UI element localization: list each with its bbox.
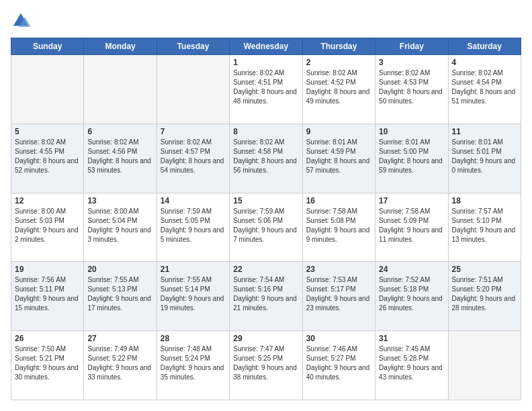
calendar-cell: 18Sunrise: 7:57 AMSunset: 5:10 PMDayligh…	[448, 193, 521, 262]
cell-details: Sunrise: 7:55 AMSunset: 5:14 PMDaylight:…	[161, 275, 226, 313]
day-number: 8	[233, 127, 298, 136]
day-number: 26	[15, 334, 80, 343]
calendar-cell: 16Sunrise: 7:58 AMSunset: 5:08 PMDayligh…	[302, 193, 375, 262]
weekday-header-row: SundayMondayTuesdayWednesdayThursdayFrid…	[11, 38, 521, 55]
day-number: 14	[161, 196, 226, 205]
day-number: 1	[233, 58, 298, 67]
calendar-cell: 21Sunrise: 7:55 AMSunset: 5:14 PMDayligh…	[157, 262, 229, 331]
day-number: 2	[306, 58, 371, 67]
cell-details: Sunrise: 7:50 AMSunset: 5:21 PMDaylight:…	[15, 345, 80, 382]
day-number: 23	[306, 265, 371, 274]
cell-details: Sunrise: 7:59 AMSunset: 5:05 PMDaylight:…	[161, 207, 226, 244]
calendar-cell: 14Sunrise: 7:59 AMSunset: 5:05 PMDayligh…	[157, 193, 229, 262]
calendar-cell: 17Sunrise: 7:58 AMSunset: 5:09 PMDayligh…	[375, 193, 448, 262]
day-number: 25	[452, 265, 517, 274]
cell-details: Sunrise: 7:51 AMSunset: 5:20 PMDaylight:…	[452, 275, 517, 313]
calendar-cell: 26Sunrise: 7:50 AMSunset: 5:21 PMDayligh…	[11, 331, 84, 400]
calendar-cell: 10Sunrise: 8:01 AMSunset: 5:00 PMDayligh…	[375, 124, 448, 193]
calendar-cell: 3Sunrise: 8:02 AMSunset: 4:53 PMDaylight…	[375, 55, 448, 124]
calendar-cell: 2Sunrise: 8:02 AMSunset: 4:52 PMDaylight…	[302, 55, 375, 124]
cell-details: Sunrise: 7:52 AMSunset: 5:18 PMDaylight:…	[379, 275, 444, 313]
calendar-cell	[448, 331, 521, 400]
calendar-week-row: 19Sunrise: 7:56 AMSunset: 5:11 PMDayligh…	[11, 262, 521, 331]
calendar-week-row: 12Sunrise: 8:00 AMSunset: 5:03 PMDayligh…	[11, 193, 521, 262]
header	[11, 11, 521, 31]
calendar-cell: 28Sunrise: 7:48 AMSunset: 5:24 PMDayligh…	[157, 331, 229, 400]
cell-details: Sunrise: 7:56 AMSunset: 5:11 PMDaylight:…	[15, 275, 80, 313]
day-number: 3	[379, 58, 444, 67]
day-number: 22	[233, 265, 298, 274]
cell-details: Sunrise: 8:01 AMSunset: 5:01 PMDaylight:…	[452, 138, 517, 175]
calendar-cell: 12Sunrise: 8:00 AMSunset: 5:03 PMDayligh…	[11, 193, 84, 262]
day-number: 7	[161, 127, 226, 136]
page: SundayMondayTuesdayWednesdayThursdayFrid…	[0, 0, 532, 411]
calendar-cell	[11, 55, 84, 124]
cell-details: Sunrise: 7:54 AMSunset: 5:16 PMDaylight:…	[233, 275, 298, 313]
cell-details: Sunrise: 8:02 AMSunset: 4:54 PMDaylight:…	[452, 68, 517, 106]
day-number: 11	[452, 127, 517, 136]
day-number: 20	[87, 265, 152, 274]
day-number: 30	[306, 334, 371, 343]
day-number: 13	[87, 196, 152, 205]
calendar-cell: 13Sunrise: 8:00 AMSunset: 5:04 PMDayligh…	[84, 193, 157, 262]
calendar-cell: 31Sunrise: 7:45 AMSunset: 5:28 PMDayligh…	[375, 331, 448, 400]
cell-details: Sunrise: 7:55 AMSunset: 5:13 PMDaylight:…	[87, 275, 152, 313]
calendar-cell: 25Sunrise: 7:51 AMSunset: 5:20 PMDayligh…	[448, 262, 521, 331]
cell-details: Sunrise: 7:53 AMSunset: 5:17 PMDaylight:…	[306, 275, 371, 313]
day-number: 6	[87, 127, 152, 136]
cell-details: Sunrise: 7:47 AMSunset: 5:25 PMDaylight:…	[233, 345, 298, 382]
cell-details: Sunrise: 7:58 AMSunset: 5:08 PMDaylight:…	[306, 207, 371, 244]
day-number: 12	[15, 196, 80, 205]
calendar-cell: 15Sunrise: 7:59 AMSunset: 5:06 PMDayligh…	[230, 193, 302, 262]
day-number: 18	[452, 196, 517, 205]
calendar-cell: 1Sunrise: 8:02 AMSunset: 4:51 PMDaylight…	[230, 55, 302, 124]
day-number: 5	[15, 127, 80, 136]
cell-details: Sunrise: 8:02 AMSunset: 4:56 PMDaylight:…	[87, 138, 152, 175]
cell-details: Sunrise: 7:58 AMSunset: 5:09 PMDaylight:…	[379, 207, 444, 244]
calendar-cell: 24Sunrise: 7:52 AMSunset: 5:18 PMDayligh…	[375, 262, 448, 331]
cell-details: Sunrise: 8:02 AMSunset: 4:52 PMDaylight:…	[306, 68, 371, 106]
cell-details: Sunrise: 8:01 AMSunset: 5:00 PMDaylight:…	[379, 138, 444, 175]
day-number: 9	[306, 127, 371, 136]
calendar-week-row: 5Sunrise: 8:02 AMSunset: 4:55 PMDaylight…	[11, 124, 521, 193]
calendar-cell	[84, 55, 157, 124]
calendar-cell: 4Sunrise: 8:02 AMSunset: 4:54 PMDaylight…	[448, 55, 521, 124]
calendar-cell: 27Sunrise: 7:49 AMSunset: 5:22 PMDayligh…	[84, 331, 157, 400]
calendar-cell: 9Sunrise: 8:01 AMSunset: 4:59 PMDaylight…	[302, 124, 375, 193]
cell-details: Sunrise: 8:00 AMSunset: 5:04 PMDaylight:…	[87, 207, 152, 244]
calendar-cell: 19Sunrise: 7:56 AMSunset: 5:11 PMDayligh…	[11, 262, 84, 331]
calendar-cell: 29Sunrise: 7:47 AMSunset: 5:25 PMDayligh…	[230, 331, 302, 400]
weekday-header-monday: Monday	[84, 38, 157, 55]
day-number: 27	[87, 334, 152, 343]
weekday-header-tuesday: Tuesday	[157, 38, 229, 55]
calendar-cell: 20Sunrise: 7:55 AMSunset: 5:13 PMDayligh…	[84, 262, 157, 331]
logo	[11, 11, 34, 31]
weekday-header-sunday: Sunday	[11, 38, 84, 55]
day-number: 24	[379, 265, 444, 274]
cell-details: Sunrise: 8:02 AMSunset: 4:58 PMDaylight:…	[233, 138, 298, 175]
weekday-header-wednesday: Wednesday	[230, 38, 302, 55]
calendar-week-row: 26Sunrise: 7:50 AMSunset: 5:21 PMDayligh…	[11, 331, 521, 400]
weekday-header-friday: Friday	[375, 38, 448, 55]
day-number: 29	[233, 334, 298, 343]
calendar-cell: 8Sunrise: 8:02 AMSunset: 4:58 PMDaylight…	[230, 124, 302, 193]
cell-details: Sunrise: 7:49 AMSunset: 5:22 PMDaylight:…	[87, 345, 152, 382]
day-number: 21	[161, 265, 226, 274]
cell-details: Sunrise: 8:00 AMSunset: 5:03 PMDaylight:…	[15, 207, 80, 244]
logo-icon	[11, 11, 31, 31]
calendar-cell: 11Sunrise: 8:01 AMSunset: 5:01 PMDayligh…	[448, 124, 521, 193]
calendar-cell: 7Sunrise: 8:02 AMSunset: 4:57 PMDaylight…	[157, 124, 229, 193]
cell-details: Sunrise: 8:01 AMSunset: 4:59 PMDaylight:…	[306, 138, 371, 175]
calendar-cell: 5Sunrise: 8:02 AMSunset: 4:55 PMDaylight…	[11, 124, 84, 193]
calendar-cell: 23Sunrise: 7:53 AMSunset: 5:17 PMDayligh…	[302, 262, 375, 331]
cell-details: Sunrise: 7:45 AMSunset: 5:28 PMDaylight:…	[379, 345, 444, 382]
calendar-cell: 22Sunrise: 7:54 AMSunset: 5:16 PMDayligh…	[230, 262, 302, 331]
cell-details: Sunrise: 7:59 AMSunset: 5:06 PMDaylight:…	[233, 207, 298, 244]
cell-details: Sunrise: 7:57 AMSunset: 5:10 PMDaylight:…	[452, 207, 517, 244]
cell-details: Sunrise: 8:02 AMSunset: 4:55 PMDaylight:…	[15, 138, 80, 175]
weekday-header-saturday: Saturday	[448, 38, 521, 55]
day-number: 10	[379, 127, 444, 136]
calendar-cell: 30Sunrise: 7:46 AMSunset: 5:27 PMDayligh…	[302, 331, 375, 400]
cell-details: Sunrise: 8:02 AMSunset: 4:57 PMDaylight:…	[161, 138, 226, 175]
day-number: 31	[379, 334, 444, 343]
